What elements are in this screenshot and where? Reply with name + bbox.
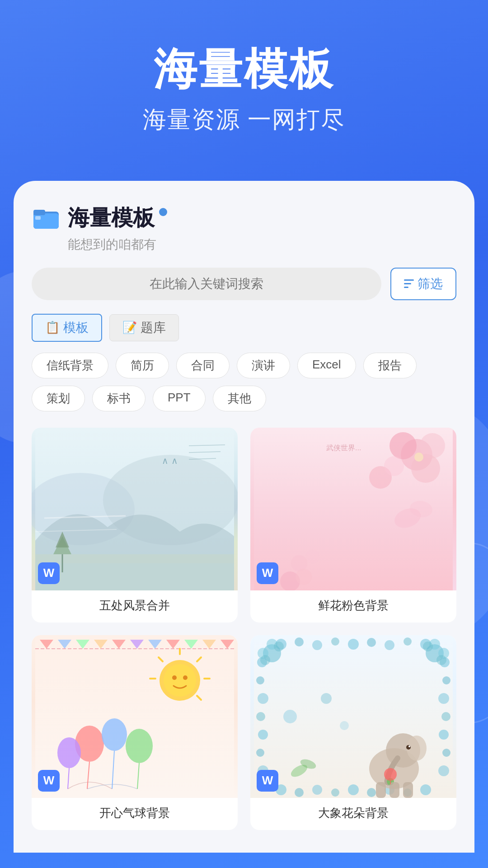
category-speech[interactable]: 演讲 [237, 353, 290, 378]
svg-point-101 [260, 655, 270, 665]
tab-template-icon: 📋 [45, 321, 60, 335]
tab-template[interactable]: 📋 模板 [32, 314, 102, 342]
template-grid: ∧ ∧ W 五处风景合并 [32, 428, 456, 830]
svg-point-96 [420, 784, 431, 795]
template-label-2: 鲜花粉色背景 [250, 590, 456, 623]
folder-icon [32, 203, 61, 232]
svg-point-29 [296, 569, 312, 585]
w-badge-4: W [257, 770, 278, 792]
balloons-svg [32, 635, 238, 798]
svg-point-89 [295, 788, 304, 797]
svg-point-72 [404, 637, 412, 646]
filter-icon [404, 279, 414, 288]
w-badge-2: W [257, 562, 278, 584]
svg-point-60 [126, 729, 153, 763]
svg-rect-2 [33, 210, 45, 215]
tab-qbank-label: 题库 [141, 319, 166, 336]
svg-point-71 [385, 640, 394, 650]
search-input[interactable] [32, 268, 381, 300]
elephant-svg [250, 635, 456, 798]
category-excel[interactable]: Excel [297, 353, 356, 378]
svg-text:∧ ∧: ∧ ∧ [162, 456, 178, 466]
template-item[interactable]: W 大象花朵背景 [250, 635, 456, 830]
svg-point-69 [348, 639, 359, 650]
template-item[interactable]: ∧ ∧ W 五处风景合并 [32, 428, 238, 623]
category-row: 信纸背景 简历 合同 演讲 Excel 报告 策划 标书 PPT 其他 [32, 353, 456, 411]
svg-point-118 [283, 710, 297, 723]
flowers-svg: 武侠世界... [250, 428, 456, 590]
svg-point-100 [274, 642, 284, 651]
svg-point-90 [312, 785, 322, 795]
svg-point-120 [340, 721, 349, 730]
svg-point-86 [442, 749, 450, 757]
svg-rect-8 [35, 563, 234, 590]
svg-point-47 [164, 664, 196, 697]
svg-point-119 [321, 693, 332, 704]
tabs-row: 📋 模板 📝 题库 [32, 314, 456, 342]
svg-rect-114 [389, 782, 399, 798]
tab-question-bank[interactable]: 📝 题库 [109, 314, 179, 341]
category-stationery[interactable]: 信纸背景 [32, 353, 108, 378]
page-title: 海量模板 [27, 45, 461, 93]
svg-point-76 [258, 693, 268, 704]
svg-point-110 [406, 745, 411, 750]
card-title: 海量模板 [68, 203, 155, 232]
svg-point-67 [312, 640, 322, 650]
svg-rect-1 [33, 213, 59, 229]
svg-text:武侠世界...: 武侠世界... [326, 444, 361, 452]
svg-point-116 [384, 768, 397, 781]
template-label-4: 大象花朵背景 [250, 798, 456, 830]
tab-qbank-icon: 📝 [122, 321, 137, 335]
svg-point-54 [172, 675, 177, 680]
tab-template-label: 模板 [63, 319, 89, 336]
svg-point-92 [348, 784, 359, 795]
svg-rect-33 [35, 635, 234, 798]
category-report[interactable]: 报告 [363, 353, 417, 378]
card-header: 海量模板 [32, 203, 456, 232]
svg-point-78 [258, 730, 268, 740]
category-contract[interactable]: 合同 [176, 353, 230, 378]
svg-point-82 [442, 676, 450, 684]
svg-rect-113 [376, 782, 386, 798]
template-item[interactable]: 武侠世界... W 鲜花粉色背景 [250, 428, 456, 623]
svg-point-85 [439, 730, 449, 740]
template-item[interactable]: W 开心气球背景 [32, 635, 238, 830]
card-dot [159, 208, 167, 216]
template-thumb-balloons: W [32, 635, 238, 798]
category-planning[interactable]: 策划 [32, 386, 85, 411]
category-ppt[interactable]: PPT [153, 386, 206, 411]
template-label-1: 五处风景合并 [32, 590, 238, 623]
template-thumb-flowers: 武侠世界... W [250, 428, 456, 590]
search-row: 筛选 [32, 268, 456, 300]
page-subtitle: 海量资源 一网打尽 [27, 104, 461, 136]
svg-point-83 [438, 693, 449, 704]
template-label-3: 开心气球背景 [32, 798, 238, 830]
w-badge-1: W [38, 562, 60, 584]
svg-point-105 [423, 642, 433, 651]
svg-point-68 [331, 637, 339, 646]
filter-button[interactable]: 筛选 [390, 268, 456, 300]
svg-point-77 [256, 712, 265, 721]
category-bidding[interactable]: 标书 [92, 386, 145, 411]
svg-point-87 [438, 765, 449, 776]
svg-point-23 [414, 453, 423, 462]
svg-point-75 [256, 676, 264, 684]
svg-point-70 [367, 638, 376, 647]
filter-label: 筛选 [418, 275, 443, 292]
main-card: 海量模板 能想到的咱都有 筛选 📋 模板 📝 题库 信纸背景 简历 合同 演讲 [14, 181, 474, 853]
card-subtitle: 能想到的咱都有 [32, 236, 456, 253]
svg-point-79 [256, 749, 264, 757]
svg-point-58 [102, 718, 127, 751]
svg-point-111 [408, 745, 410, 747]
svg-point-25 [384, 456, 404, 476]
w-badge-3: W [38, 770, 60, 792]
svg-point-66 [295, 637, 304, 646]
svg-rect-115 [403, 782, 413, 798]
category-other[interactable]: 其他 [213, 386, 266, 411]
svg-point-91 [331, 788, 339, 797]
svg-point-106 [436, 655, 446, 665]
category-resume[interactable]: 简历 [116, 353, 169, 378]
landscape-svg: ∧ ∧ [32, 428, 238, 590]
svg-point-27 [306, 550, 319, 563]
svg-point-84 [441, 712, 450, 721]
